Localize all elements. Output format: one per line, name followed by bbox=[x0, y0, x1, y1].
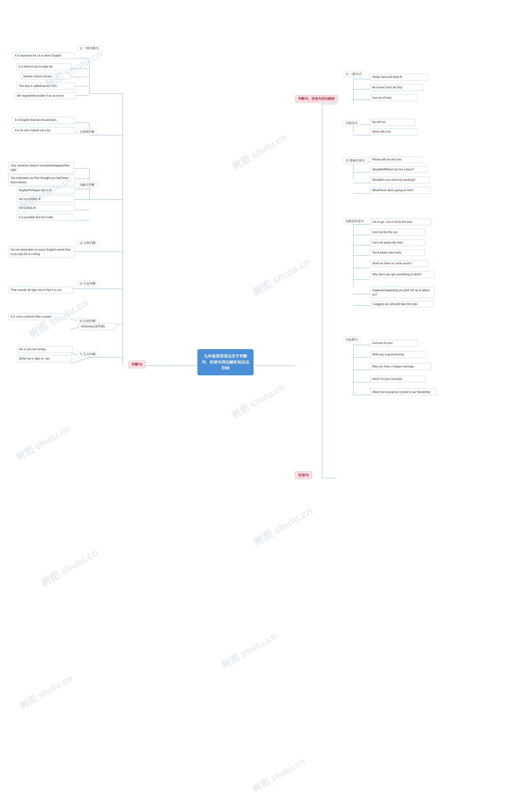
leaf-l1-4-text: The boy is called/named Tom. bbox=[19, 84, 58, 88]
r-leaf-5-5-text: Allow me to propose a toast to our frien… bbox=[372, 390, 431, 394]
r-leaf-5-1-text: Success to you! bbox=[372, 341, 393, 344]
branch-label-judgment: 判断句 bbox=[129, 361, 145, 368]
r-leaf-5-2-text: Wish you a good journey. bbox=[372, 353, 405, 356]
sub-label-7: 7) 互斥判断 bbox=[77, 351, 98, 357]
sub-label-5: 5) 正反判断 bbox=[77, 281, 98, 287]
r-sub-label-5: 5)祝愿句 bbox=[343, 337, 360, 343]
r-leaf-4-4-text: You'd better start early. bbox=[372, 251, 402, 254]
r-leaf-4-6: Why don't you get something to drink? bbox=[370, 271, 434, 278]
r-leaf-5-3-text: May you have a happy marriage. bbox=[372, 365, 415, 368]
watermark-12: 树图 shutu.cn bbox=[250, 755, 307, 792]
watermark-10: 树图 shutu.cn bbox=[250, 504, 316, 549]
r-leaf-1-1: Study hard and keep fit. bbox=[370, 74, 428, 80]
r-leaf-5-1: Success to you! bbox=[370, 340, 418, 346]
leaf-l3-6: It is possible that he is late bbox=[17, 214, 75, 221]
leaf-l4-1-text: He can remember so many English words th… bbox=[11, 248, 70, 256]
leaf-l1-3-text: sincere means honest. bbox=[23, 75, 52, 78]
connector-lines bbox=[0, 0, 532, 792]
leaf-l1-2-text: It is kind of you to help me. bbox=[19, 65, 54, 68]
r-leaf-1-3-text: Get out of here. bbox=[372, 96, 392, 99]
sub-label-2-text: 2)强调判断 bbox=[80, 130, 95, 133]
leaf-l5-1-text: That sounds all right, but in fact it is… bbox=[11, 288, 62, 291]
r-sub-label-2: 2)强语式 bbox=[343, 120, 360, 126]
r-leaf-4-6-text: Why don't you get something to drink? bbox=[372, 273, 422, 276]
leaf-l3-1-text: Your sentence doesn't sound/look/appear/… bbox=[11, 164, 70, 171]
leaf-l7-1: He or you are wrong. bbox=[17, 346, 73, 353]
r-sub-label-4: 4)建议祈使句 bbox=[343, 218, 366, 224]
r-leaf-4-3: Let's not waste the time. bbox=[370, 240, 425, 246]
leaf-l3-1: Your sentence doesn't sound/look/appear/… bbox=[8, 162, 74, 173]
watermark-4: 树图 shutu.cn bbox=[13, 422, 73, 464]
r-sub-4-text: 4)建议祈使句 bbox=[346, 219, 364, 223]
r-leaf-2-1-text: Do tell me. bbox=[372, 120, 386, 124]
r-leaf-5-5: Allow me to propose a toast to our frien… bbox=[370, 389, 436, 395]
r-leaf-1-2: Be brave! Don't be shy! bbox=[370, 84, 424, 91]
leaf-l1-1-text: It is important for us to learn English. bbox=[15, 54, 62, 57]
r-leaf-3-4-text: What/How/ about going on foot? bbox=[372, 188, 414, 192]
r-leaf-3-4: What/How/ about going on foot? bbox=[370, 187, 430, 194]
svg-line-30 bbox=[71, 357, 89, 364]
r-leaf-4-1-text: Let us go. Let us know the time. bbox=[372, 220, 413, 223]
r-leaf-2-2-text: Never tell a lie. bbox=[372, 130, 392, 133]
leaf-l3-3: Maybe/Perhaps/ she is ill. bbox=[17, 187, 75, 194]
watermark-6: 树图 shutu.cn bbox=[17, 672, 75, 712]
r-leaf-4-8: I suggest we (should) take the train. bbox=[370, 301, 433, 307]
leaf-l1-5: We regarded/consider it as an honor. bbox=[15, 93, 76, 99]
leaf-l3-2: You look/seem as if/as thought you had b… bbox=[8, 174, 75, 186]
sub-label-4: 4) 注释判断 bbox=[77, 240, 98, 246]
center-label: 九年级英语语法关于判断句、祈使句用法解析知识点归纳 bbox=[202, 354, 249, 370]
r-sub-label-3: 3) 委婉祈使句 bbox=[343, 157, 368, 164]
imperative-label-text: 祈使句 bbox=[298, 473, 309, 477]
r-leaf-5-4: Here's to your success! bbox=[370, 376, 426, 382]
r-leaf-1-2-text: Be brave! Don't be shy! bbox=[372, 86, 402, 89]
sub-label-6-text: 6) 比较判断 bbox=[80, 319, 96, 323]
leaf-l1-3: sincere means honest. bbox=[21, 73, 71, 80]
leaf-l6-2-text: dictionary.(活字典) bbox=[81, 325, 105, 328]
r-leaf-3-2-text: Would/Will/Won't do me a favor? bbox=[372, 168, 414, 171]
leaf-l2-1: It is English that we should learn. bbox=[13, 117, 75, 124]
sub-label-3-text: 3)貌式判断 bbox=[80, 183, 95, 186]
leaf-l2-2: It is he who helped me a lot. bbox=[13, 127, 75, 134]
leaf-l6-2: dictionary.(活字典) bbox=[79, 323, 116, 330]
branch-label-imperative: 祈使句 bbox=[295, 471, 312, 479]
sub-label-5-text: 5) 正反判断 bbox=[80, 282, 96, 285]
leaf-l1-1: It is important for us to learn English. bbox=[13, 52, 75, 59]
leaf-l7-2: Either he is right or I am. bbox=[17, 355, 72, 362]
r-leaf-4-8-text: I suggest we (should) take the train. bbox=[372, 302, 418, 306]
leaf-l3-2-text: You look/seem as if/as thought you had b… bbox=[11, 176, 69, 184]
center-node: 九年级英语语法关于判断句、祈使句用法解析知识点归纳 bbox=[197, 349, 253, 375]
leaf-l4-1: He can remember so many English words th… bbox=[8, 246, 75, 258]
r-leaf-5-4-text: Here's to your success! bbox=[372, 377, 402, 380]
r-sub-1-text: 1) 一般句式 bbox=[346, 72, 362, 76]
leaf-l1-2: It is kind of you to help me. bbox=[17, 63, 72, 70]
mindmap-container: 树图 shutu.cn 树图 shutu.cn 树图 shutu.cn 树图 s… bbox=[0, 0, 532, 792]
r-sub-2-text: 2)强语式 bbox=[346, 121, 358, 125]
leaf-l6-1: It is more a picture than a poem. bbox=[8, 314, 69, 320]
sub-label-1: 1) 一般判断句 bbox=[77, 45, 102, 51]
r-leaf-4-2-text: Don't let the fire out. bbox=[372, 230, 398, 234]
r-leaf-3-1: Please tell me the true. bbox=[370, 156, 422, 163]
r-leaf-3-3: Would/Do you mind my smoking? bbox=[370, 177, 430, 183]
leaf-l1-5-text: We regarded/consider it as an honor. bbox=[17, 94, 64, 97]
r-leaf-4-2: Don't let the fire out. bbox=[370, 229, 425, 236]
r-leaf-2-2: Never tell a lie. bbox=[370, 128, 418, 135]
watermark-11: 树图 shutu.cn bbox=[219, 630, 279, 672]
r-leaf-1-1-text: Study hard and keep fit. bbox=[372, 75, 403, 79]
leaf-l1-4: The boy is called/named Tom. bbox=[17, 83, 75, 89]
leaf-l3-5: He is likely ill. bbox=[17, 205, 75, 211]
sub-label-4-text: 4) 注释判断 bbox=[80, 241, 96, 245]
leaf-l3-4-text: He is probably ill. bbox=[19, 197, 41, 201]
r-sub-label-1: 1) 一般句式 bbox=[343, 71, 364, 77]
r-sub-3-text: 3) 委婉祈使句 bbox=[346, 158, 365, 162]
r-leaf-4-4: You'd better start early. bbox=[370, 249, 425, 256]
sub-label-1-text: 1) 一般判断句 bbox=[80, 46, 99, 50]
leaf-l3-4: He is probably ill. bbox=[17, 196, 75, 203]
r-leaf-3-1-text: Please tell me the true. bbox=[372, 158, 402, 161]
r-leaf-3-3-text: Would/Do you mind my smoking? bbox=[372, 178, 415, 182]
right-top-label-text: 判断句、祈使句用法解析 bbox=[298, 97, 335, 100]
watermark-9: 树图 shutu.cn bbox=[229, 381, 287, 421]
r-leaf-2-1: Do tell me. bbox=[370, 119, 416, 126]
sub-label-7-text: 7) 互斥判断 bbox=[80, 352, 96, 356]
r-leaf-4-5: Shall we listen to some music? bbox=[370, 260, 428, 267]
leaf-l3-5-text: He is likely ill. bbox=[19, 206, 36, 209]
